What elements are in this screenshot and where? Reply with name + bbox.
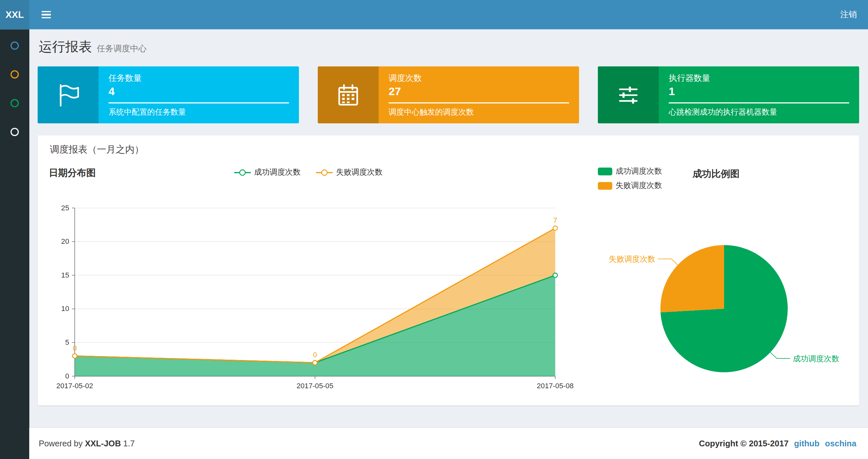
- svg-text:25: 25: [61, 204, 69, 212]
- svg-text:15: 15: [61, 271, 69, 279]
- line-chart-legend: 成功调度次数失败调度次数: [234, 167, 383, 177]
- info-boxes-row: 任务数量 4 系统中配置的任务数量: [38, 66, 859, 123]
- svg-text:7: 7: [553, 216, 557, 224]
- info-box-value: 1: [669, 85, 849, 98]
- pie-chart-title: 成功比例图: [692, 167, 740, 180]
- page-title: 运行报表: [39, 39, 92, 54]
- page-header: 运行报表任务调度中心: [29, 29, 868, 56]
- panel-title: 调度报表（一月之内）: [38, 135, 859, 159]
- svg-text:失败调度次数: 失败调度次数: [609, 255, 655, 263]
- top-navbar: XXL 注销: [0, 0, 868, 29]
- svg-text:5: 5: [65, 338, 69, 347]
- svg-text:0: 0: [65, 372, 69, 380]
- powered-by-text: Powered by: [39, 438, 83, 448]
- sidebar-toggle-button[interactable]: [38, 7, 54, 22]
- info-box-description: 调度中心触发的调度次数: [389, 107, 569, 118]
- info-box-triggers: 调度次数 27 调度中心触发的调度次数: [318, 66, 579, 123]
- panel-body: 日期分布图 成功调度次数失败调度次数 05101520252017-05-022…: [38, 159, 859, 405]
- sidebar-item-2 circle-o-icon[interactable]: [10, 70, 19, 78]
- brand-name: XXL-JOB: [85, 438, 121, 448]
- main-content: 运行报表任务调度中心 任务数量 4 系统中配置的任务数量: [29, 29, 868, 405]
- info-box-divider: [669, 102, 849, 103]
- info-box-executors: 执行器数量 1 心跳检测成功的执行器机器数量: [598, 66, 859, 123]
- svg-text:2017-05-02: 2017-05-02: [56, 382, 93, 390]
- line-chart-canvas[interactable]: 05101520252017-05-022017-05-052017-05-08…: [49, 203, 580, 394]
- hamburger-icon: [41, 11, 51, 12]
- svg-text:10: 10: [61, 304, 69, 313]
- logo[interactable]: XXL: [0, 0, 29, 29]
- github-link[interactable]: github: [794, 438, 819, 448]
- copyright-text: Copyright © 2015-2017: [699, 438, 788, 448]
- sidebar-item-4 circle-o-icon[interactable]: [10, 128, 19, 136]
- oschina-link[interactable]: oschina: [825, 438, 857, 448]
- svg-text:2017-05-05: 2017-05-05: [297, 382, 333, 390]
- page-footer: Powered by XXL-JOB 1.7 Copyright © 2015-…: [29, 427, 868, 459]
- info-box-divider: [108, 102, 289, 103]
- pie-chart-legend: 成功调度次数失败调度次数: [598, 166, 662, 191]
- info-box-jobs: 任务数量 4 系统中配置的任务数量: [38, 66, 299, 123]
- svg-text:0: 0: [73, 344, 77, 352]
- info-box-value: 4: [108, 85, 289, 98]
- info-box-title: 执行器数量: [669, 73, 849, 84]
- date-distribution-chart: 日期分布图 成功调度次数失败调度次数 05101520252017-05-022…: [49, 166, 602, 394]
- info-box-value: 27: [389, 85, 569, 98]
- svg-text:2017-05-08: 2017-05-08: [537, 382, 574, 390]
- calendar-icon: [318, 66, 378, 123]
- info-box-divider: [389, 102, 569, 103]
- legend-item[interactable]: 成功调度次数: [234, 167, 301, 177]
- success-ratio-chart: 成功调度次数失败调度次数 成功比例图 成功调度次数失败调度次数: [598, 166, 859, 395]
- svg-text:0: 0: [313, 351, 317, 359]
- info-box-title: 调度次数: [389, 73, 569, 84]
- svg-text:成功调度次数: 成功调度次数: [793, 354, 839, 363]
- sliders-icon: [598, 66, 658, 123]
- page-subtitle: 任务调度中心: [97, 44, 147, 53]
- pie-chart-canvas[interactable]: 成功调度次数失败调度次数: [598, 213, 852, 395]
- info-box-description: 心跳检测成功的执行器机器数量: [669, 107, 849, 118]
- legend-item[interactable]: 成功调度次数: [598, 166, 662, 176]
- legend-item[interactable]: 失败调度次数: [316, 167, 382, 177]
- sidebar-item-1 circle-o-icon[interactable]: [10, 41, 19, 50]
- info-box-description: 系统中配置的任务数量: [108, 107, 289, 118]
- svg-text:20: 20: [61, 237, 69, 245]
- logout-link[interactable]: 注销: [840, 9, 857, 20]
- report-panel: 调度报表（一月之内） 日期分布图 成功调度次数失败调度次数 0510152025…: [38, 135, 859, 405]
- version-text: 1.7: [123, 438, 135, 448]
- legend-item[interactable]: 失败调度次数: [598, 181, 662, 191]
- app-wrapper: XXL 注销 运行报表任务调度中心: [0, 0, 868, 459]
- sidebar: [0, 29, 29, 459]
- info-box-title: 任务数量: [108, 73, 289, 84]
- sidebar-item-3 circle-o-icon[interactable]: [10, 99, 19, 107]
- flag-icon: [38, 66, 98, 123]
